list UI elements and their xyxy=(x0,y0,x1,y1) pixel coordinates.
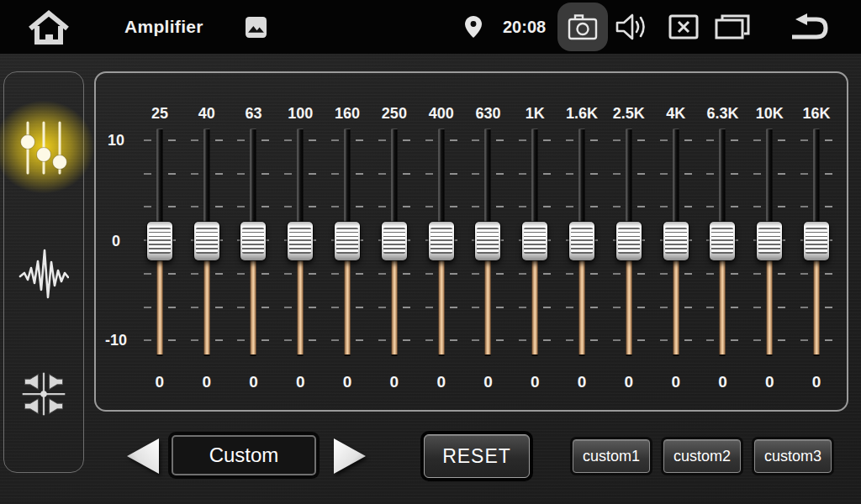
tick-mark xyxy=(637,273,645,275)
band-slider[interactable] xyxy=(183,129,230,354)
tick-mark xyxy=(800,339,808,341)
band-slider[interactable] xyxy=(136,129,183,354)
band-slider[interactable] xyxy=(511,129,558,354)
tick-mark xyxy=(660,307,668,308)
band-slider[interactable] xyxy=(558,129,605,354)
tick-mark xyxy=(613,139,621,141)
tick-mark xyxy=(144,173,151,175)
tick-mark xyxy=(356,173,363,175)
band-slider[interactable] xyxy=(700,129,747,354)
slider-knob[interactable] xyxy=(710,222,735,260)
custom3-button[interactable]: custom3 xyxy=(754,439,832,473)
band-slider[interactable] xyxy=(277,129,324,354)
tick-mark xyxy=(403,139,410,141)
sidebar-item-spectrum[interactable] xyxy=(4,228,83,320)
close-app-icon xyxy=(668,14,699,39)
band-frequency-label: 1K xyxy=(511,73,558,129)
band-value: 0 xyxy=(625,354,634,410)
slider-knob[interactable] xyxy=(240,222,266,260)
tick-mark xyxy=(706,273,714,275)
tick-mark xyxy=(215,139,223,141)
tick-mark xyxy=(403,273,410,275)
tick-mark xyxy=(191,273,198,275)
slider-knob[interactable] xyxy=(475,222,500,260)
tick-mark xyxy=(706,339,714,341)
tick-mark xyxy=(331,339,339,341)
tick-mark xyxy=(403,206,410,207)
eq-band: 25 0 xyxy=(136,73,183,410)
tick-mark xyxy=(237,339,245,341)
band-slider[interactable] xyxy=(418,129,465,354)
band-slider[interactable] xyxy=(652,129,700,354)
tick-mark xyxy=(261,173,269,175)
band-slider[interactable] xyxy=(793,129,840,354)
tick-mark xyxy=(731,139,738,141)
tick-mark xyxy=(590,206,598,207)
slider-knob[interactable] xyxy=(757,222,782,260)
band-slider[interactable] xyxy=(230,129,277,354)
tick-mark xyxy=(144,139,151,141)
band-slider[interactable] xyxy=(324,129,371,354)
slider-knob[interactable] xyxy=(522,222,547,260)
slider-knob[interactable] xyxy=(804,222,829,260)
tick-mark xyxy=(425,273,433,275)
reset-button[interactable]: RESET xyxy=(424,434,530,478)
tick-mark xyxy=(778,173,785,175)
eq-band: 63 0 xyxy=(230,73,277,410)
slider-knob[interactable] xyxy=(194,222,219,260)
tick-mark xyxy=(237,139,245,141)
band-slider[interactable] xyxy=(746,129,793,354)
band-frequency-label: 400 xyxy=(418,73,465,129)
band-slider[interactable] xyxy=(371,129,418,354)
tick-mark xyxy=(261,139,269,141)
tick-mark xyxy=(450,307,457,308)
tick-mark xyxy=(237,307,245,308)
tick-mark xyxy=(778,139,785,141)
preset-selector[interactable]: Custom xyxy=(172,435,316,475)
tick-mark xyxy=(800,273,808,275)
tick-mark xyxy=(496,307,504,308)
recent-apps-button[interactable] xyxy=(714,13,751,40)
band-frequency-label: 160 xyxy=(324,73,371,129)
home-button[interactable] xyxy=(27,10,71,45)
tick-mark xyxy=(237,173,245,175)
tick-mark xyxy=(237,273,245,275)
preset-prev-button[interactable] xyxy=(123,436,161,480)
preset-next-button[interactable] xyxy=(331,436,370,480)
tick-mark xyxy=(378,173,386,175)
slider-knob[interactable] xyxy=(663,222,689,260)
sidebar-item-equalizer[interactable] xyxy=(4,102,83,194)
slider-knob[interactable] xyxy=(382,222,407,260)
screenshot-button[interactable] xyxy=(557,3,608,51)
tick-mark xyxy=(613,173,621,175)
close-app-button[interactable] xyxy=(668,14,699,39)
slider-knob[interactable] xyxy=(429,222,454,260)
tick-mark xyxy=(425,307,433,308)
custom2-button[interactable]: custom2 xyxy=(663,439,741,473)
gallery-icon xyxy=(246,17,267,38)
arrow-left-icon xyxy=(123,436,161,476)
slider-knob[interactable] xyxy=(616,222,642,260)
gallery-button[interactable] xyxy=(246,17,267,38)
band-slider[interactable] xyxy=(465,129,512,354)
home-icon xyxy=(27,10,71,45)
band-slider[interactable] xyxy=(605,129,652,354)
tick-mark xyxy=(519,339,526,341)
slider-knob[interactable] xyxy=(569,222,594,260)
band-frequency-label: 250 xyxy=(371,73,418,129)
band-value: 0 xyxy=(578,354,587,410)
back-button[interactable] xyxy=(785,12,831,42)
sidebar-item-balance-fader[interactable] xyxy=(4,348,83,440)
volume-button[interactable] xyxy=(615,12,652,42)
tick-mark xyxy=(450,206,457,207)
slider-knob[interactable] xyxy=(335,222,360,260)
tick-mark xyxy=(590,273,598,275)
tick-mark xyxy=(496,206,504,207)
slider-knob[interactable] xyxy=(147,222,172,260)
slider-knob[interactable] xyxy=(288,222,313,260)
custom1-button[interactable]: custom1 xyxy=(573,439,650,473)
band-value: 0 xyxy=(436,354,446,410)
reset-button-label: RESET xyxy=(442,445,511,468)
location-button[interactable] xyxy=(464,15,483,39)
tick-mark xyxy=(261,339,269,341)
